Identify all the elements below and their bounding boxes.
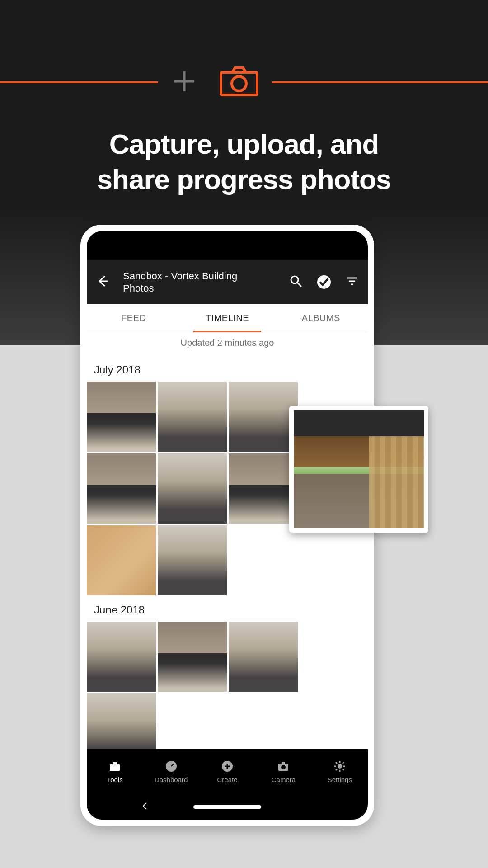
app-bar: Sandbox - Vortex Building Photos [87,260,368,304]
svg-point-3 [232,76,246,91]
svg-line-5 [297,283,301,287]
nav-dashboard-label: Dashboard [155,776,188,783]
photo-thumb[interactable] [87,525,156,595]
headline: Capture, upload, and share progress phot… [0,127,488,197]
camera-icon [220,66,258,99]
app-bar-title: Sandbox - Vortex Building Photos [123,270,276,295]
plus-icon [172,69,197,96]
camera-nav-icon [277,760,290,774]
svg-point-4 [291,276,298,283]
tab-row: FEED TIMELINE ALBUMS [87,304,368,332]
photo-thumb[interactable] [87,453,156,524]
nav-camera[interactable]: Camera [255,749,311,794]
photo-thumb[interactable] [158,382,227,452]
svg-point-14 [281,765,286,769]
filter-icon[interactable] [345,274,359,290]
check-circle-icon[interactable] [317,275,331,289]
section-july-title: July 2018 [87,357,368,382]
headline-line-1: Capture, upload, and [0,127,488,162]
rule-right [272,81,488,83]
svg-rect-15 [282,762,285,764]
photo-thumb[interactable] [158,525,227,595]
section-june-title: June 2018 [87,597,368,622]
photo-thumb[interactable] [229,382,298,452]
grid-june [87,622,368,749]
floating-photo-image [294,410,424,528]
toolbox-icon [108,760,121,774]
tab-feed-label: FEED [121,313,146,323]
nav-settings[interactable]: Settings [312,749,368,794]
svg-point-16 [338,764,342,769]
section-title: Photos [123,282,276,295]
rule-left [0,81,158,83]
gear-icon [333,760,346,774]
updated-text: Updated 2 minutes ago [87,332,368,357]
status-bar [87,231,368,260]
tab-albums[interactable]: ALBUMS [274,304,368,332]
system-home-pill[interactable] [193,805,261,809]
tab-timeline-label: TIMELINE [206,313,249,323]
bottom-nav: Tools Dashboard Create Camera [87,749,368,794]
photo-thumb[interactable] [158,622,227,692]
nav-tools[interactable]: Tools [87,749,143,794]
photo-thumb[interactable] [158,453,227,524]
nav-dashboard[interactable]: Dashboard [143,749,199,794]
project-title: Sandbox - Vortex Building [123,270,276,283]
floating-photo-card[interactable] [289,406,428,533]
tab-feed[interactable]: FEED [87,304,180,332]
photo-thumb[interactable] [87,382,156,452]
tab-timeline[interactable]: TIMELINE [180,304,274,332]
gauge-icon [165,760,178,774]
plus-circle-icon [221,760,234,774]
divider-row [0,66,488,99]
nav-settings-label: Settings [328,776,352,783]
nav-tools-label: Tools [107,776,123,783]
photo-thumb[interactable] [87,622,156,692]
back-icon[interactable] [96,274,109,290]
photo-thumb[interactable] [87,693,156,749]
system-nav-bar [87,794,368,820]
nav-camera-label: Camera [272,776,296,783]
search-icon[interactable] [289,274,303,290]
tab-albums-label: ALBUMS [302,313,340,323]
app-bar-actions [289,274,359,290]
system-back-icon[interactable] [141,802,149,812]
photo-thumb[interactable] [229,453,298,524]
headline-line-2: share progress photos [0,162,488,197]
nav-create-label: Create [217,776,238,783]
svg-rect-9 [110,764,120,771]
svg-rect-10 [113,762,117,764]
nav-create[interactable]: Create [199,749,255,794]
icon-group [158,66,272,99]
photo-thumb[interactable] [229,622,298,692]
